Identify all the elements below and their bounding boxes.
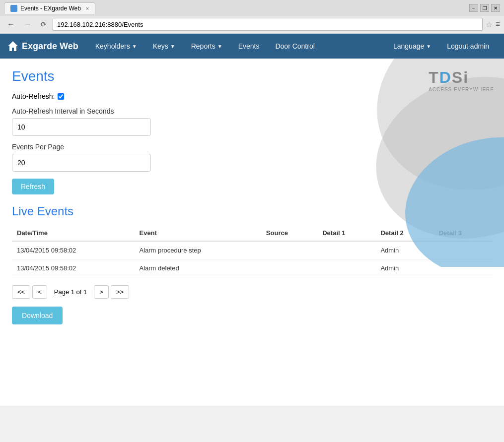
- interval-label: Auto-Refresh Interval in Seconds: [12, 107, 492, 115]
- page-title: Events: [12, 68, 492, 84]
- nav-keyholders[interactable]: Keyholders ▼: [88, 34, 144, 59]
- window-controls: − ❐ ✕: [469, 4, 500, 12]
- cell-event: Alarm procedure step: [134, 241, 261, 259]
- per-page-input[interactable]: [12, 154, 151, 172]
- nav-language-label: Language: [393, 42, 424, 50]
- nav-keyholders-label: Keyholders: [95, 42, 130, 50]
- menu-icon[interactable]: ≡: [496, 20, 500, 29]
- cell-source: [261, 241, 317, 259]
- interval-group: Auto-Refresh Interval in Seconds: [12, 107, 492, 136]
- page-info: Page 1 of 1: [49, 286, 92, 298]
- nav-logout[interactable]: Logout admin: [440, 34, 496, 59]
- keys-dropdown-icon: ▼: [170, 44, 175, 49]
- reports-dropdown-icon: ▼: [217, 44, 222, 49]
- brand-link[interactable]: Exgarde Web: [8, 41, 78, 52]
- reload-button[interactable]: ⟳: [38, 19, 50, 29]
- nav-keys-label: Keys: [153, 42, 168, 50]
- nav-reports[interactable]: Reports ▼: [184, 34, 229, 59]
- table-row: 13/04/2015 09:58:02 Alarm procedure step…: [12, 241, 492, 259]
- nav-items: Keyholders ▼ Keys ▼ Reports ▼ Events Doo…: [88, 34, 386, 59]
- cell-event: Alarm deleted: [134, 259, 261, 277]
- cell-detail3: [434, 259, 492, 277]
- cell-datetime: 13/04/2015 09:58:02: [12, 241, 134, 259]
- col-source: Source: [261, 225, 317, 241]
- auto-refresh-checkbox[interactable]: [58, 93, 64, 100]
- auto-refresh-label: Auto-Refresh:: [12, 92, 55, 100]
- pagination: << < Page 1 of 1 > >>: [12, 285, 492, 299]
- nav-door-control-label: Door Control: [275, 42, 314, 50]
- live-events-title: Live Events: [12, 204, 492, 218]
- browser-chrome: Events - EXgarde Web × − ❐ ✕ ← → ⟳ ☆ ≡: [0, 0, 504, 34]
- first-page-button[interactable]: <<: [12, 285, 30, 299]
- logo-brand-d: D: [439, 68, 452, 86]
- cell-detail2: Admin: [375, 259, 433, 277]
- app-navbar: Exgarde Web Keyholders ▼ Keys ▼ Reports …: [0, 34, 504, 59]
- table-row: 13/04/2015 09:58:02 Alarm deleted Admin: [12, 259, 492, 277]
- brand-name: Exgarde Web: [22, 41, 78, 52]
- minimize-button[interactable]: −: [469, 4, 478, 12]
- table-header: Date/Time Event Source Detail 1 Detail 2…: [12, 225, 492, 241]
- cell-source: [261, 259, 317, 277]
- close-button[interactable]: ✕: [491, 4, 500, 12]
- logo-text: TDSi: [429, 68, 494, 87]
- refresh-button[interactable]: Refresh: [12, 179, 54, 194]
- tab-title: Events - EXgarde Web: [20, 5, 81, 12]
- cell-datetime: 13/04/2015 09:58:02: [12, 259, 134, 277]
- interval-input[interactable]: [12, 118, 151, 136]
- home-icon: [8, 41, 18, 51]
- logo-area: TDSi ACCESS EVERYWHERE: [429, 68, 494, 92]
- nav-door-control[interactable]: Door Control: [268, 34, 321, 59]
- nav-events[interactable]: Events: [231, 34, 267, 59]
- col-detail1: Detail 1: [317, 225, 375, 241]
- next-page-button[interactable]: >: [94, 285, 109, 299]
- tab-close-button[interactable]: ×: [86, 5, 89, 11]
- restore-button[interactable]: ❐: [480, 4, 489, 12]
- per-page-label: Events Per Page: [12, 143, 492, 151]
- table-body: 13/04/2015 09:58:02 Alarm procedure step…: [12, 241, 492, 277]
- cell-detail3: [434, 241, 492, 259]
- language-dropdown-icon: ▼: [426, 44, 431, 49]
- browser-toolbar: ← → ⟳ ☆ ≡: [0, 16, 504, 33]
- tab-favicon: [10, 5, 17, 12]
- table-header-row: Date/Time Event Source Detail 1 Detail 2…: [12, 225, 492, 241]
- cell-detail1: [317, 241, 375, 259]
- nav-reports-label: Reports: [191, 42, 216, 50]
- col-detail3: Detail 3: [434, 225, 492, 241]
- per-page-group: Events Per Page: [12, 143, 492, 172]
- cell-detail1: [317, 259, 375, 277]
- main-content: TDSi ACCESS EVERYWHERE Events Auto-Refre…: [0, 59, 504, 406]
- events-table: Date/Time Event Source Detail 1 Detail 2…: [12, 225, 492, 277]
- download-button[interactable]: Download: [12, 307, 63, 324]
- logo-subtitle: ACCESS EVERYWHERE: [429, 87, 494, 92]
- nav-language[interactable]: Language ▼: [386, 34, 438, 59]
- nav-right: Language ▼ Logout admin: [386, 34, 496, 59]
- col-detail2: Detail 2: [375, 225, 433, 241]
- browser-titlebar: Events - EXgarde Web × − ❐ ✕: [0, 0, 504, 16]
- col-datetime: Date/Time: [12, 225, 134, 241]
- auto-refresh-row: Auto-Refresh:: [12, 92, 492, 100]
- back-button[interactable]: ←: [4, 19, 18, 30]
- nav-logout-label: Logout admin: [447, 42, 489, 50]
- browser-tab[interactable]: Events - EXgarde Web ×: [4, 2, 95, 14]
- logo-brand-s: Si: [452, 68, 469, 86]
- prev-page-button[interactable]: <: [32, 285, 47, 299]
- col-event: Event: [134, 225, 261, 241]
- bookmark-icon[interactable]: ☆: [486, 20, 493, 29]
- cell-detail2: Admin: [375, 241, 433, 259]
- address-bar[interactable]: [53, 18, 483, 31]
- logo-brand: T: [429, 68, 439, 86]
- forward-button[interactable]: →: [21, 19, 35, 30]
- last-page-button[interactable]: >>: [111, 285, 129, 299]
- keyholders-dropdown-icon: ▼: [132, 44, 137, 49]
- nav-events-label: Events: [238, 42, 260, 50]
- nav-keys[interactable]: Keys ▼: [146, 34, 182, 59]
